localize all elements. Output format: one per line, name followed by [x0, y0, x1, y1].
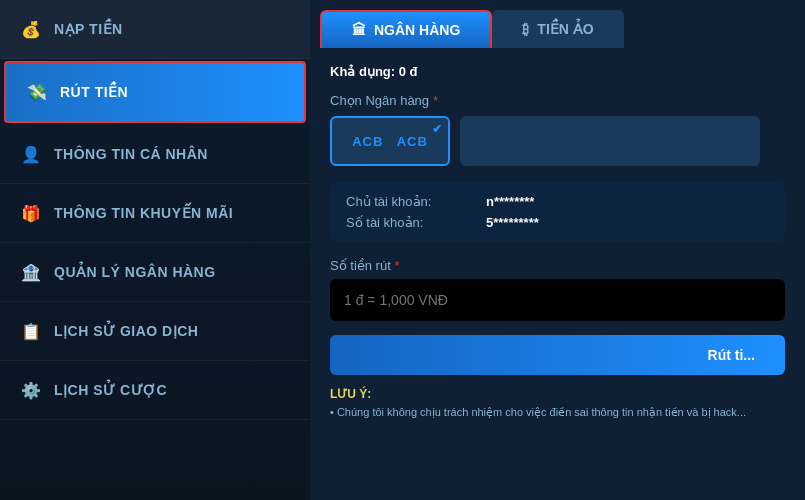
available-label: Khả dụng:	[330, 64, 395, 79]
sidebar-item-thong-tin-ca-nhan[interactable]: 👤 THÔNG TIN CÁ NHÂN	[0, 125, 310, 184]
sidebar-label-cuoc: LỊCH SỬ CƯỢC	[54, 382, 167, 398]
bank-selection: ✔ ACB ACB	[330, 116, 785, 166]
crypto-tab-icon: ₿	[522, 21, 529, 37]
owner-label: Chủ tài khoản:	[346, 194, 486, 209]
submit-label: Rút ti...	[708, 347, 755, 363]
account-owner-row: Chủ tài khoản: n********	[346, 194, 769, 209]
account-info: Chủ tài khoản: n******** Số tài khoản: 5…	[330, 182, 785, 242]
history-icon: 📋	[20, 320, 42, 342]
sidebar-item-khuyen-mai[interactable]: 🎁 THÔNG TIN KHUYẾN MÃI	[0, 184, 310, 243]
bank-tab-icon: 🏛	[352, 22, 366, 38]
content-area: Khả dụng: 0 đ Chọn Ngân hàng * ✔ ACB ACB…	[310, 48, 805, 500]
sidebar-item-quan-ly-ngan-hang[interactable]: 🏦 QUẢN LÝ NGÂN HÀNG	[0, 243, 310, 302]
bank-card-acb[interactable]: ✔ ACB ACB	[330, 116, 450, 166]
account-number-value: 5*********	[486, 215, 539, 230]
tab-bar: 🏛 NGÂN HÀNG ₿ TIỀN ẢO	[310, 0, 805, 48]
withdraw-icon: 💸	[26, 81, 48, 103]
sidebar-label-khuyen-mai: THÔNG TIN KHUYẾN MÃI	[54, 205, 233, 221]
account-number-label: Số tài khoản:	[346, 215, 486, 230]
main-content: 🏛 NGÂN HÀNG ₿ TIỀN ẢO Khả dụng: 0 đ Chọn…	[310, 0, 805, 500]
owner-value: n********	[486, 194, 534, 209]
deposit-icon: 💰	[20, 18, 42, 40]
note-section: LƯU Ý: • Chúng tôi không chịu trách nhiệ…	[330, 387, 785, 420]
account-number-row: Số tài khoản: 5*********	[346, 215, 769, 230]
sidebar-item-rut-tien[interactable]: 💸 RÚT TIỀN	[4, 61, 306, 123]
note-title: LƯU Ý:	[330, 387, 785, 401]
amount-label: Số tiền rút *	[330, 258, 785, 273]
bank-code-acb: ACB ACB	[352, 134, 428, 149]
submit-button[interactable]: Rút ti...	[330, 335, 785, 375]
bank-select-label: Chọn Ngân hàng *	[330, 93, 785, 108]
user-icon: 👤	[20, 143, 42, 165]
tab-tien-ao[interactable]: ₿ TIỀN ẢO	[492, 10, 623, 48]
amount-input[interactable]	[344, 292, 771, 308]
amount-required: *	[394, 258, 399, 273]
check-icon: ✔	[432, 122, 442, 136]
note-text: • Chúng tôi không chịu trách nhiệm cho v…	[330, 405, 785, 420]
bank-card-empty	[460, 116, 760, 166]
bank-mgmt-icon: 🏦	[20, 261, 42, 283]
sidebar-label-ngan-hang: QUẢN LÝ NGÂN HÀNG	[54, 264, 216, 280]
sidebar-label-ca-nhan: THÔNG TIN CÁ NHÂN	[54, 146, 208, 162]
bet-history-icon: ⚙️	[20, 379, 42, 401]
required-marker: *	[433, 93, 438, 108]
sidebar-label-nap-tien: NẠP TIỀN	[54, 21, 123, 37]
bank-tab-label: NGÂN HÀNG	[374, 22, 460, 38]
amount-input-wrap	[330, 279, 785, 321]
sidebar-item-lich-su-cuoc[interactable]: ⚙️ LỊCH SỬ CƯỢC	[0, 361, 310, 420]
sidebar-item-nap-tien[interactable]: 💰 NẠP TIỀN	[0, 0, 310, 59]
promo-icon: 🎁	[20, 202, 42, 224]
tab-ngan-hang[interactable]: 🏛 NGÂN HÀNG	[320, 10, 492, 48]
available-balance: Khả dụng: 0 đ	[330, 64, 785, 79]
sidebar: 💰 NẠP TIỀN 💸 RÚT TIỀN 👤 THÔNG TIN CÁ NHÂ…	[0, 0, 310, 500]
crypto-tab-label: TIỀN ẢO	[537, 21, 593, 37]
sidebar-label-giao-dich: LỊCH SỬ GIAO DỊCH	[54, 323, 198, 339]
available-value: 0 đ	[399, 64, 418, 79]
sidebar-label-rut-tien: RÚT TIỀN	[60, 84, 128, 100]
sidebar-item-lich-su-giao-dich[interactable]: 📋 LỊCH SỬ GIAO DỊCH	[0, 302, 310, 361]
